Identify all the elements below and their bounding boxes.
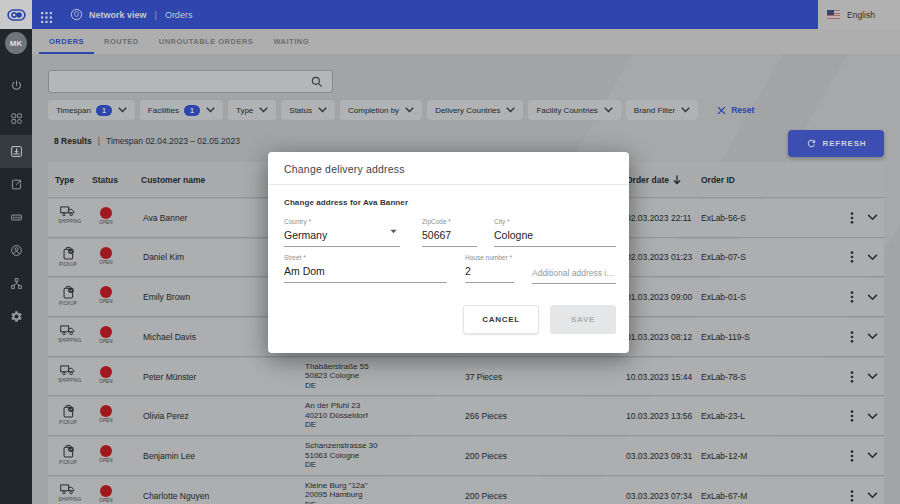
delivery-address: An der Pfuhl 23 40210 Düsseldorf DE — [305, 397, 465, 435]
row-expand-button[interactable] — [861, 477, 884, 504]
sidebar-item-scanner[interactable] — [0, 201, 32, 234]
customer-name: Charlotte Nguyen — [141, 477, 305, 504]
row-menu-button[interactable] — [843, 278, 861, 316]
sidebar-item-export-clipboard[interactable] — [0, 168, 32, 201]
filter-chip-completion-by[interactable]: Completion by — [340, 100, 422, 120]
filter-count-badge: 1 — [96, 105, 112, 116]
col-type[interactable]: Type — [48, 162, 92, 197]
col-order-date[interactable]: Order date — [626, 162, 701, 197]
modal-subtitle: Change address for Ava Banner — [284, 198, 408, 207]
street-value[interactable]: Am Dom — [284, 265, 447, 283]
kebab-icon — [850, 251, 854, 263]
filter-chip-facility-countries[interactable]: Facility Countries — [528, 100, 620, 120]
pickup-clipboard-icon — [62, 246, 75, 260]
country-field[interactable]: Country * Germany — [284, 218, 400, 247]
status-label: OPEN — [97, 299, 115, 304]
chevron-down-icon — [867, 492, 878, 499]
filter-chip-facilities[interactable]: Facilities1 — [140, 100, 223, 120]
search-icon[interactable] — [310, 75, 324, 93]
settings-gear-icon — [10, 310, 23, 323]
delivery-address: Kleine Burg "12a" 20095 Hamburg DE — [305, 477, 465, 504]
row-menu-button[interactable] — [843, 477, 861, 504]
status-open-dot — [100, 247, 112, 259]
row-expand-button[interactable] — [861, 199, 884, 237]
tab-routed[interactable]: ROUTED — [94, 29, 149, 54]
row-expand-button[interactable] — [861, 437, 884, 475]
chevron-down-icon — [405, 107, 414, 113]
row-expand-button[interactable] — [861, 397, 884, 435]
filter-chip-type[interactable]: Type — [228, 100, 276, 120]
sidebar-item-dashboard[interactable] — [0, 102, 32, 135]
pieces: 37 Pieces — [465, 358, 626, 396]
row-menu-button[interactable] — [843, 358, 861, 396]
tab-orders[interactable]: ORDERS — [39, 29, 94, 54]
cancel-button[interactable]: CANCEL — [463, 305, 539, 334]
us-flag-icon — [827, 10, 840, 19]
row-menu-button[interactable] — [843, 239, 861, 277]
additional-address-field[interactable]: Additional address info — [532, 254, 616, 284]
house-number-value[interactable]: 2 — [465, 265, 514, 283]
row-expand-button[interactable] — [861, 239, 884, 277]
zipcode-field[interactable]: ZipCode * 50667 — [422, 218, 477, 247]
reset-filters-button[interactable]: Reset — [717, 105, 754, 115]
save-button[interactable]: SAVE — [550, 305, 616, 334]
table-row[interactable]: PICKUP OPEN Benjamin Lee Schanzenstrasse… — [48, 437, 884, 475]
filter-chip-brand-filter[interactable]: Brand Filter — [626, 100, 698, 120]
chevron-down-icon — [867, 294, 878, 301]
table-row[interactable]: SHIPPING OPEN Charlotte Nguyen Kleine Bu… — [48, 477, 884, 504]
sidebar-item-network-nodes[interactable] — [0, 267, 32, 300]
filter-chip-status[interactable]: Status — [281, 100, 335, 120]
order-id: ExLab-119-S — [701, 318, 843, 356]
row-menu-button[interactable] — [843, 397, 861, 435]
pieces: 200 Pieces — [465, 477, 626, 504]
tabs-bar: ORDERSROUTEDUNROUTABLE ORDERSWAITING — [32, 29, 900, 54]
city-field[interactable]: City * Cologne — [494, 218, 616, 247]
filter-chip-delivery-countries[interactable]: Delivery Countries — [427, 100, 523, 120]
order-id: ExLab-56-S — [701, 199, 843, 237]
sidebar-item-support-agent[interactable] — [0, 234, 32, 267]
type-label: SHIPPING — [58, 219, 78, 224]
refresh-button[interactable]: REFRESH — [788, 130, 884, 157]
country-label: Country * — [284, 218, 400, 225]
street-field[interactable]: Street * Am Dom — [284, 254, 447, 283]
dashboard-icon — [10, 112, 23, 125]
order-date: 10.03.2023 15:44 — [626, 358, 701, 396]
row-expand-button[interactable] — [861, 358, 884, 396]
refresh-icon — [806, 138, 817, 149]
house-number-field[interactable]: House number * 2 — [465, 254, 514, 283]
language-selector[interactable]: English — [818, 0, 900, 29]
country-value[interactable]: Germany — [284, 229, 400, 247]
chevron-down-icon — [867, 452, 878, 459]
sort-desc-icon — [673, 175, 681, 185]
city-value[interactable]: Cologne — [494, 229, 616, 247]
sidebar-item-orders-inbox[interactable] — [0, 135, 32, 168]
row-menu-button[interactable] — [843, 318, 861, 356]
search-input[interactable] — [48, 70, 333, 93]
kebab-icon — [850, 212, 854, 224]
additional-address-placeholder[interactable]: Additional address info — [532, 266, 616, 284]
chevron-down-icon — [867, 214, 878, 221]
order-date: 02.03.2023 22:11 — [626, 199, 701, 237]
row-menu-button[interactable] — [843, 199, 861, 237]
top-app-bar: Network view | Orders English — [0, 0, 900, 29]
network-view-label[interactable]: Network view — [89, 10, 147, 20]
apps-grid-icon[interactable] — [41, 9, 52, 27]
row-expand-button[interactable] — [861, 278, 884, 316]
status-open-dot — [100, 286, 112, 298]
table-row[interactable]: PICKUP OPEN Olivia Perez An der Pfuhl 23… — [48, 397, 884, 435]
col-order-id[interactable]: Order ID — [701, 162, 843, 197]
app-logo[interactable] — [0, 0, 32, 29]
results-count: 8 Results — [54, 136, 92, 146]
row-menu-button[interactable] — [843, 437, 861, 475]
avatar[interactable]: MK — [5, 32, 27, 54]
table-row[interactable]: SHIPPING OPEN Peter Münster Thabäerstraß… — [48, 358, 884, 396]
sidebar-item-power[interactable] — [0, 69, 32, 102]
city-label: City * — [494, 218, 616, 225]
filter-chip-timespan[interactable]: Timespan1 — [48, 100, 135, 120]
col-status[interactable]: Status — [92, 162, 141, 197]
tab-waiting[interactable]: WAITING — [263, 29, 319, 54]
zipcode-value[interactable]: 50667 — [422, 229, 477, 247]
sidebar-item-settings-gear[interactable] — [0, 300, 32, 333]
row-expand-button[interactable] — [861, 318, 884, 356]
tab-unroutable-orders[interactable]: UNROUTABLE ORDERS — [149, 29, 264, 54]
